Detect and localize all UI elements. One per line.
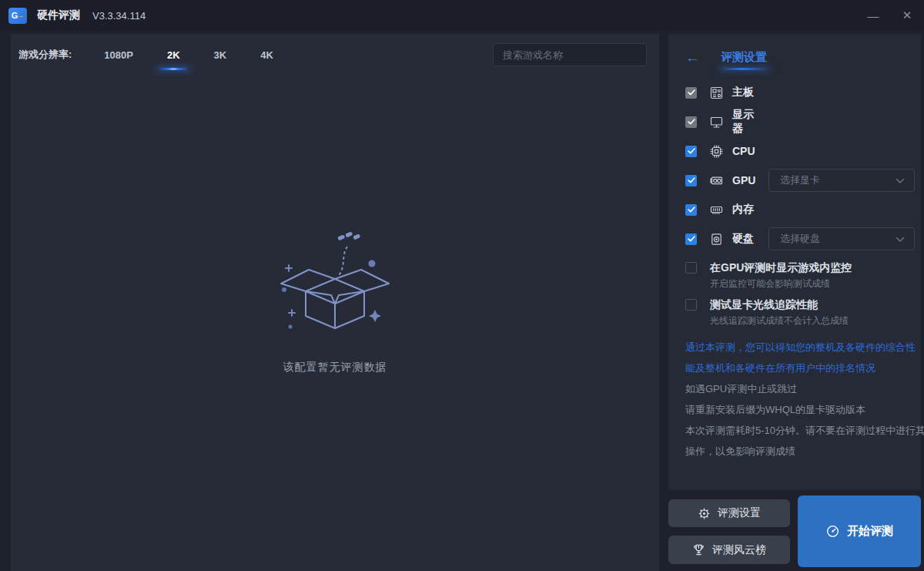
hardware-label: 显示器 <box>732 108 761 136</box>
hardware-row-cpu: CPU <box>668 136 921 166</box>
disk-checkbox[interactable] <box>685 233 697 245</box>
motherboard-icon <box>710 86 723 99</box>
info-line: 如遇GPU评测中止或跳过 <box>685 378 921 399</box>
button-label: 开始评测 <box>847 524 893 539</box>
app-title: 硬件评测 <box>37 8 80 22</box>
disk-select-placeholder: 选择硬盘 <box>780 232 896 246</box>
logo-arrow: → <box>17 12 24 19</box>
resolution-option-4k[interactable]: 4K <box>259 45 275 65</box>
resolution-option-1080p[interactable]: 1080P <box>102 45 135 65</box>
hardware-checklist: 主板 显示器 <box>668 78 921 254</box>
settings-title: 评测设置 <box>721 50 767 65</box>
info-line-blue: 通过本评测，您可以得知您的整机及各硬件的综合性 <box>685 337 921 358</box>
hardware-row-monitor: 显示器 <box>668 107 921 136</box>
app-logo-icon: G→ <box>8 8 27 24</box>
monitor-checkbox[interactable] <box>685 116 697 128</box>
motherboard-checkbox[interactable] <box>685 87 697 99</box>
gpu-checkbox[interactable] <box>685 175 697 186</box>
gauge-icon <box>825 524 840 539</box>
button-label: 评测风云榜 <box>712 543 766 557</box>
cpu-checkbox[interactable] <box>685 146 697 157</box>
app-window: G→ 硬件评测 V3.3.34.114 — ✕ 游戏分辨率: 1080P 2K … <box>0 0 924 571</box>
button-label: 评测设置 <box>718 506 761 520</box>
start-benchmark-button[interactable]: 开始评测 <box>798 495 921 567</box>
chevron-down-icon <box>896 232 905 246</box>
gear-icon <box>698 507 711 520</box>
ranking-button[interactable]: 评测风云榜 <box>668 536 790 564</box>
info-line-blue: 能及整机和各硬件在所有用户中的排名情况 <box>685 358 921 378</box>
back-arrow-icon[interactable]: ← <box>685 50 700 65</box>
ram-checkbox[interactable] <box>685 204 697 216</box>
benchmark-settings-button[interactable]: 评测设置 <box>668 499 790 527</box>
gpu-monitor-checkbox[interactable] <box>685 262 697 274</box>
option-row-ray-tracing: 测试显卡光线追踪性能 光线追踪测试成绩不会计入总成绩 <box>668 298 921 327</box>
game-list-panel: 游戏分辨率: 1080P 2K 3K 4K <box>11 34 659 571</box>
option-title: 在GPU评测时显示游戏内监控 <box>710 261 852 274</box>
hardware-label: GPU <box>732 174 761 186</box>
disk-select-dropdown[interactable]: 选择硬盘 <box>768 227 915 250</box>
info-line: 操作，以免影响评测成绩 <box>685 441 921 462</box>
monitor-icon <box>710 116 723 129</box>
empty-state-message: 该配置暂无评测数据 <box>11 361 659 375</box>
info-line: 本次评测需耗时5-10分钟。请不要在评测过程中进行其他 <box>685 420 921 441</box>
option-row-gpu-monitor: 在GPU评测时显示游戏内监控 开启监控可能会影响测试成绩 <box>668 261 921 291</box>
hardware-row-ram: 内存 <box>668 195 921 224</box>
close-button[interactable]: ✕ <box>890 0 924 31</box>
option-subtitle: 光线追踪测试成绩不会计入总成绩 <box>710 314 849 327</box>
option-title: 测试显卡光线追踪性能 <box>710 298 849 311</box>
gpu-select-dropdown[interactable]: 选择显卡 <box>768 169 915 192</box>
option-subtitle: 开启监控可能会影响测试成绩 <box>710 277 852 291</box>
info-block: 通过本评测，您可以得知您的整机及各硬件的综合性 能及整机和各硬件在所有用户中的排… <box>668 337 921 462</box>
hardware-label: 内存 <box>732 203 761 217</box>
hardware-label: 硬盘 <box>732 232 761 246</box>
cpu-icon <box>710 145 723 158</box>
resolution-label: 游戏分辨率: <box>18 48 72 62</box>
gpu-icon <box>710 174 723 187</box>
info-line: 请重新安装后缀为WHQL的显卡驱动版本 <box>685 399 921 420</box>
settings-header: ← 评测设置 <box>668 34 921 65</box>
disk-icon <box>710 233 723 246</box>
ram-icon <box>710 203 723 217</box>
app-version: V3.3.34.114 <box>92 10 146 22</box>
resolution-bar: 游戏分辨率: 1080P 2K 3K 4K <box>11 34 659 76</box>
hardware-label: 主板 <box>732 86 761 99</box>
titlebar: G→ 硬件评测 V3.3.34.114 — ✕ <box>0 0 924 31</box>
trophy-icon <box>692 543 705 556</box>
resolution-option-3k[interactable]: 3K <box>213 45 229 65</box>
chevron-down-icon <box>896 173 905 187</box>
minimize-button[interactable]: — <box>856 0 890 31</box>
hardware-row-gpu: GPU 选择显卡 <box>668 166 921 195</box>
hardware-row-motherboard: 主板 <box>668 78 921 107</box>
hardware-row-disk: 硬盘 选择硬盘 <box>668 224 921 254</box>
ray-tracing-checkbox[interactable] <box>685 299 697 311</box>
hardware-label: CPU <box>732 145 761 157</box>
empty-box-illustration <box>273 227 397 350</box>
window-controls: — ✕ <box>856 0 924 31</box>
search-input[interactable] <box>493 43 647 66</box>
resolution-option-2k[interactable]: 2K <box>166 45 182 65</box>
settings-panel: ← 评测设置 主板 <box>668 34 921 490</box>
gpu-select-placeholder: 选择显卡 <box>780 173 896 187</box>
empty-state: 该配置暂无评测数据 <box>11 227 659 375</box>
